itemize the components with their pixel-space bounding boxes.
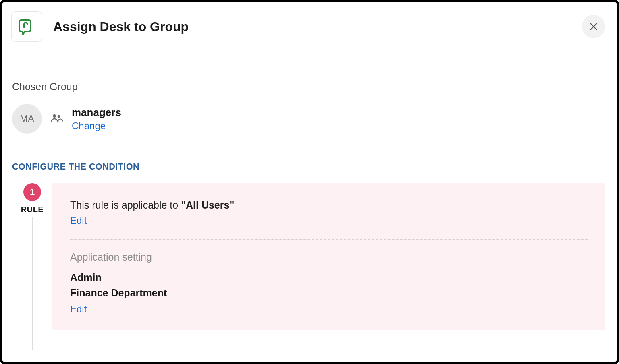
application-setting-label: Application setting	[70, 251, 588, 263]
rule-applies-text: This rule is applicable to "All Users"	[70, 199, 588, 211]
desk-app-icon	[17, 17, 36, 36]
group-name: managers	[72, 106, 121, 119]
rule-applies-target: "All Users"	[181, 199, 234, 211]
close-icon	[588, 21, 599, 32]
people-icon	[51, 113, 63, 124]
modal-header: Assign Desk to Group	[2, 2, 617, 51]
application-setting-value-1: Admin	[70, 270, 588, 285]
chosen-group-row: MA managers Change	[12, 104, 607, 134]
svg-point-0	[53, 114, 56, 118]
svg-point-1	[58, 115, 60, 118]
rule-area: 1 RULE This rule is applicable to "All U…	[12, 183, 607, 350]
app-logo	[11, 11, 42, 42]
rule-timeline-line	[32, 217, 33, 350]
rule-applies-prefix: This rule is applicable to	[70, 199, 181, 211]
chosen-group-label: Chosen Group	[12, 81, 607, 93]
close-button[interactable]	[582, 15, 605, 38]
change-group-link[interactable]: Change	[72, 120, 121, 132]
modal-body: Chosen Group MA managers Change CONFIGUR	[2, 51, 617, 350]
rule-divider	[70, 239, 588, 240]
application-setting-value-2: Finance Department	[70, 285, 588, 301]
edit-application-setting-link[interactable]: Edit	[70, 304, 87, 315]
rule-card: This rule is applicable to "All Users" E…	[52, 183, 605, 330]
group-avatar: MA	[12, 104, 42, 134]
rule-label: RULE	[21, 205, 44, 214]
rule-number-badge: 1	[23, 183, 41, 201]
rule-rail: 1 RULE	[12, 183, 52, 350]
configure-condition-heading: CONFIGURE THE CONDITION	[12, 162, 607, 172]
modal-frame: Assign Desk to Group Chosen Group MA	[0, 0, 619, 364]
modal-title: Assign Desk to Group	[53, 19, 582, 34]
edit-rule-condition-link[interactable]: Edit	[70, 215, 87, 226]
